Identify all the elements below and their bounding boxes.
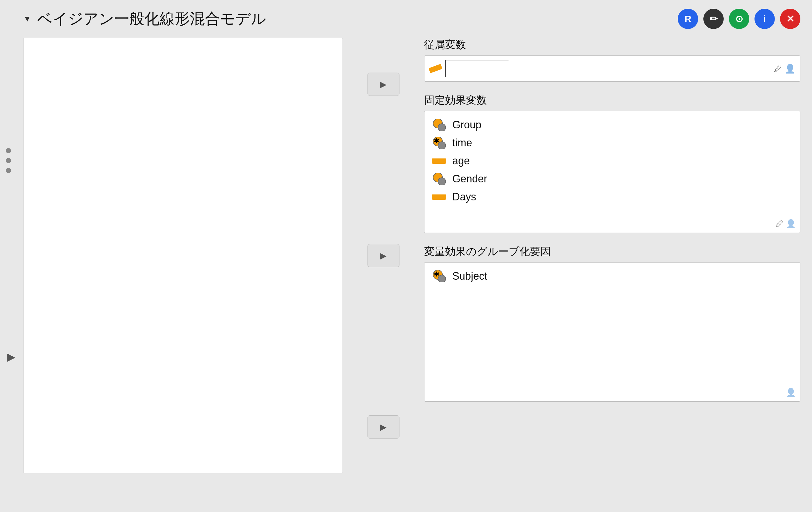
fixed-effects-box: Group ✱ time: [424, 111, 801, 233]
fixed-effects-label: 固定効果変数: [424, 93, 801, 108]
main-panel: ▼ ベイジアン一般化線形混合モデル R ✏ ⊙ i ✕ ▶ ▶: [0, 0, 812, 512]
list-item: age: [429, 152, 795, 170]
star-nominal-icon: ✱: [431, 137, 446, 149]
collapse-arrow[interactable]: ▼: [23, 14, 31, 24]
dot-1: [6, 148, 11, 153]
eraser-action-icon[interactable]: 🖊: [774, 64, 782, 73]
svg-text:✱: ✱: [434, 271, 439, 278]
random-effects-label: 変量効果のグループ化要因: [424, 244, 801, 259]
info-button[interactable]: i: [754, 9, 775, 29]
list-item: Days: [429, 188, 795, 206]
dependent-var-section: 従属変数 🖊 👤: [424, 38, 801, 82]
header-left: ▼ ベイジアン一般化線形混合モデル: [23, 9, 266, 29]
variable-name: Days: [452, 191, 476, 203]
svg-point-8: [438, 178, 446, 185]
eraser-icon: [429, 64, 442, 73]
variable-name: age: [452, 155, 470, 167]
variable-name: Subject: [452, 270, 487, 282]
page-title: ベイジアン一般化線形混合モデル: [37, 9, 266, 29]
continuous-icon: [431, 157, 446, 165]
arrow-button-2[interactable]: ▶: [368, 244, 400, 267]
svg-point-12: [438, 275, 446, 282]
list-item: ✱ time: [429, 134, 795, 152]
arrow-button-3[interactable]: ▶: [368, 415, 400, 439]
copy-button[interactable]: ⊙: [729, 9, 749, 29]
arrow-button-1[interactable]: ▶: [368, 72, 400, 96]
continuous-icon: [431, 193, 446, 201]
fixed-effects-section: 固定効果変数 Group: [424, 93, 801, 233]
variable-name: Group: [452, 119, 482, 131]
list-item: ✱ Subject: [429, 267, 795, 285]
list-item: Group: [429, 116, 795, 134]
list-item: Gender: [429, 170, 795, 188]
edit-button[interactable]: ✏: [703, 9, 724, 29]
close-button[interactable]: ✕: [780, 9, 801, 29]
dot-2: [6, 158, 11, 163]
left-panel: [23, 38, 343, 473]
dependent-var-label: 従属変数: [424, 38, 801, 52]
dot-3: [6, 168, 11, 173]
content: ▶ ▶ ▶ ▶ 従属変数 🖊 👤: [23, 38, 801, 473]
right-panel: 従属変数 🖊 👤 固定効果変数: [424, 38, 801, 473]
random-effects-expand[interactable]: 👤: [786, 388, 796, 397]
random-effects-section: 変量効果のグループ化要因 ✱ Subject: [424, 244, 801, 402]
sidebar-dots: [6, 148, 11, 173]
r-button[interactable]: R: [678, 9, 698, 29]
dependent-var-box: 🖊 👤: [424, 56, 801, 82]
header: ▼ ベイジアン一般化線形混合モデル R ✏ ⊙ i ✕: [23, 9, 801, 29]
variable-name: time: [452, 137, 472, 149]
header-buttons: R ✏ ⊙ i ✕: [678, 9, 801, 29]
nominal-icon: [431, 119, 446, 131]
dependent-var-input[interactable]: [445, 60, 509, 77]
svg-point-3: [438, 142, 446, 149]
nominal-icon: [431, 173, 446, 185]
dep-var-actions: 🖊 👤: [774, 64, 795, 74]
left-panel-wrapper: ▶: [23, 38, 343, 473]
variable-name: Gender: [452, 173, 487, 185]
svg-point-1: [438, 124, 446, 131]
svg-rect-10: [432, 194, 446, 196]
arrow-buttons: ▶ ▶ ▶: [360, 38, 407, 473]
svg-text:✱: ✱: [434, 138, 439, 145]
svg-rect-6: [432, 158, 446, 160]
person-action-icon[interactable]: 👤: [785, 64, 795, 74]
random-effects-box: ✱ Subject 👤: [424, 262, 801, 402]
side-play-arrow[interactable]: ▶: [7, 351, 16, 363]
fixed-effects-expand[interactable]: 🖊 👤: [775, 219, 796, 229]
star-nominal-icon: ✱: [431, 270, 446, 282]
